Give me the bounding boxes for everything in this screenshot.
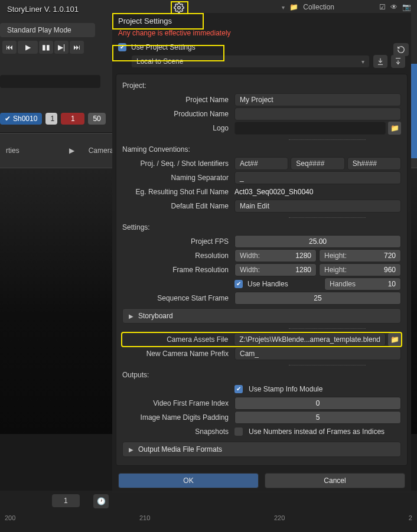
ok-button[interactable]: OK bbox=[118, 473, 259, 488]
use-project-settings-checkbox[interactable]: ✔ bbox=[118, 43, 126, 51]
digits-input[interactable]: 5 bbox=[234, 411, 401, 424]
skip-start-icon[interactable]: ⏮ bbox=[2, 41, 17, 54]
dialog-warning: Any change is effective immediately bbox=[112, 29, 411, 41]
identifier-proj-input[interactable]: Act## bbox=[234, 157, 288, 170]
default-edit-label: Default Edit Name bbox=[122, 202, 231, 210]
project-settings-dialog: Project Settings Any change is effective… bbox=[112, 13, 411, 493]
production-name-label: Production Name bbox=[122, 110, 231, 118]
use-stamp-label: Use Stamp Info Module bbox=[245, 385, 322, 393]
vffi-label: Video First Frame Index bbox=[122, 399, 231, 407]
folder-icon: 📁 bbox=[289, 3, 298, 11]
resolution-width-input[interactable]: Width:1280 bbox=[234, 249, 317, 262]
identifier-shot-input[interactable]: Sh#### bbox=[347, 157, 401, 170]
camera-assets-label: Camera Assets File bbox=[122, 335, 230, 344]
storyboard-disclosure[interactable]: ▶ Storyboard bbox=[122, 308, 401, 324]
use-project-settings-label: Use Project Settings bbox=[131, 43, 196, 51]
play-mode-select[interactable]: Standard Play Mode bbox=[0, 23, 95, 37]
play-icon[interactable]: ▶ bbox=[69, 146, 74, 155]
snapshots-checkbox[interactable] bbox=[234, 427, 243, 436]
scope-select[interactable]: Local to Scene ▾ bbox=[131, 55, 370, 68]
timeline-ruler: 200 210 220 2 bbox=[0, 514, 417, 521]
handles-input[interactable]: Handles10 bbox=[324, 278, 401, 291]
identifiers-label: Proj. / Seq. / Shot Identifiers bbox=[122, 159, 231, 168]
separator-input[interactable]: _ bbox=[234, 171, 401, 184]
logo-label: Logo bbox=[122, 124, 231, 132]
checkbox-icon[interactable]: ☑ bbox=[379, 3, 386, 11]
collection-label[interactable]: Collection bbox=[303, 3, 334, 11]
snapshots-label: Snapshots bbox=[122, 427, 231, 436]
step-fwd-icon[interactable]: ▶| bbox=[54, 41, 69, 54]
section-project: Project: bbox=[122, 81, 401, 90]
export-button[interactable] bbox=[391, 55, 405, 68]
bg-dropdown[interactable] bbox=[0, 75, 100, 88]
section-settings: Settings: bbox=[122, 223, 401, 231]
resolution-height-input[interactable]: Height:720 bbox=[319, 249, 401, 262]
project-name-input[interactable]: My Project bbox=[234, 93, 401, 106]
output-formats-disclosure[interactable]: ▶ Output Media File Formats bbox=[122, 442, 401, 457]
shot-index[interactable]: 1 bbox=[45, 113, 57, 125]
use-stamp-checkbox[interactable]: ✔ bbox=[234, 385, 243, 393]
fps-label: Project FPS bbox=[122, 237, 231, 246]
shot-chip[interactable]: ✔Sh0010 bbox=[0, 113, 42, 125]
chevron-down-icon: ▾ bbox=[361, 58, 364, 65]
logo-browse-button[interactable]: 📁 bbox=[388, 122, 401, 135]
camera-icon[interactable]: 📷 bbox=[402, 3, 411, 11]
chevron-down-icon[interactable]: ▾ bbox=[282, 4, 285, 11]
example-value: Act03_Seq0020_Sh0040 bbox=[234, 185, 401, 198]
camera-assets-browse-button[interactable]: 📁 bbox=[388, 333, 401, 346]
resolution-label: Resolution bbox=[122, 252, 231, 260]
use-handles-label: Use Handles bbox=[245, 280, 322, 288]
frame-resolution-label: Frame Resolution bbox=[122, 266, 231, 274]
digits-label: Image Name Digits Padding bbox=[122, 413, 231, 422]
frame-res-width-input[interactable]: Width:1280 bbox=[234, 263, 317, 276]
cancel-button[interactable]: Cancel bbox=[265, 473, 405, 488]
settings-panel: Project: Project Name My Project Product… bbox=[116, 74, 408, 466]
frame-current[interactable]: 1 bbox=[52, 494, 80, 507]
clock-icon[interactable]: 🕐 bbox=[93, 494, 109, 508]
cam-prefix-label: New Camera Name Prefix bbox=[122, 350, 231, 358]
separator-label: Naming Separator bbox=[122, 174, 231, 182]
shot-end[interactable]: 50 bbox=[88, 113, 105, 125]
play-icon[interactable]: ▶ bbox=[18, 41, 38, 54]
camera-assets-input[interactable]: Z:\Projets\WkBlende...amera_template.ble… bbox=[234, 333, 386, 346]
vffi-input[interactable]: 0 bbox=[234, 397, 401, 410]
production-name-input[interactable] bbox=[234, 107, 401, 120]
use-handles-checkbox[interactable]: ✔ bbox=[234, 280, 243, 288]
seq-start-input[interactable]: 25 bbox=[234, 292, 401, 305]
timeline[interactable]: 1 🕐 200 210 220 2 bbox=[0, 491, 417, 532]
default-edit-input[interactable]: Main Edit bbox=[234, 200, 401, 213]
eye-icon[interactable]: 👁 bbox=[390, 3, 398, 11]
properties-tab-label[interactable]: rties bbox=[6, 146, 19, 155]
fps-input[interactable]: 25.00 bbox=[234, 235, 401, 248]
skip-end-icon[interactable]: ⏭ bbox=[70, 41, 84, 54]
pause-icon[interactable]: ▮▮ bbox=[39, 41, 53, 54]
triangle-right-icon: ▶ bbox=[129, 446, 133, 453]
project-name-label: Project Name bbox=[122, 96, 231, 104]
frame-res-height-input[interactable]: Height:960 bbox=[319, 263, 401, 276]
import-button[interactable] bbox=[373, 55, 387, 68]
reset-button[interactable] bbox=[393, 43, 409, 56]
logo-input[interactable] bbox=[234, 122, 386, 135]
identifier-seq-input[interactable]: Seq#### bbox=[291, 157, 344, 170]
section-outputs: Outputs: bbox=[122, 371, 401, 379]
shot-start[interactable]: 1 bbox=[61, 113, 84, 125]
properties-sidebar-scroll[interactable] bbox=[411, 64, 417, 158]
seq-start-label: Sequence Start Frame bbox=[122, 294, 231, 302]
example-label: Eg. Resulting Shot Full Name bbox=[122, 188, 231, 196]
cam-prefix-input[interactable]: Cam_ bbox=[234, 347, 401, 360]
camera-assets-row: Camera Assets File Z:\Projets\WkBlende..… bbox=[122, 333, 401, 346]
dialog-title: Project Settings bbox=[112, 13, 411, 29]
triangle-right-icon: ▶ bbox=[129, 313, 133, 319]
snapshots-check-label: Use Numbers instead of Frames as Indices bbox=[245, 427, 385, 436]
section-naming: Naming Conventions: bbox=[122, 145, 401, 154]
